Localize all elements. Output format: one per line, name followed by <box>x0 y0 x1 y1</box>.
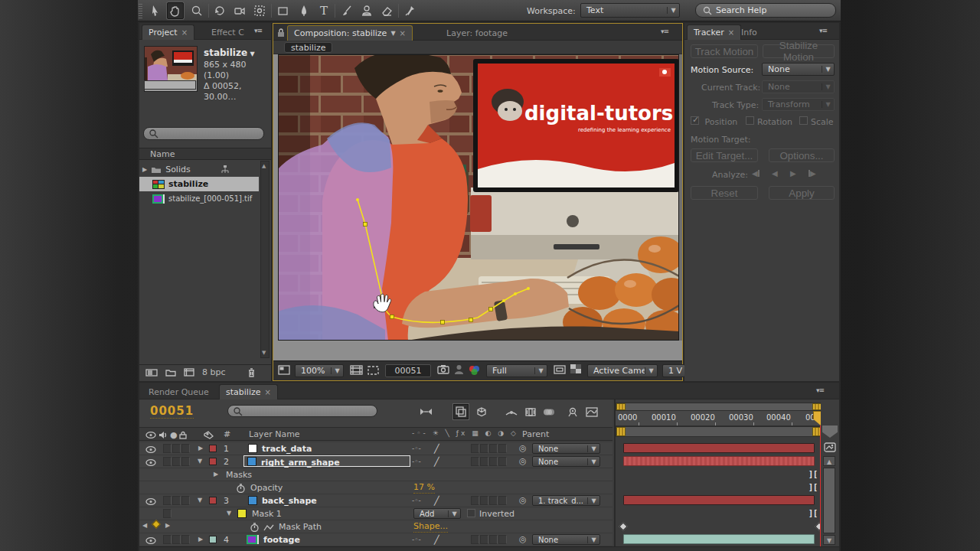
comp-marker-bin[interactable] <box>822 425 838 438</box>
viewer-scrollbar[interactable] <box>679 54 682 341</box>
zoom-tool[interactable] <box>188 2 205 19</box>
live-update-icon[interactable] <box>453 404 469 419</box>
mask-path-value[interactable]: Shape... <box>413 520 448 533</box>
switch-box[interactable] <box>480 496 488 505</box>
toolbar-grip[interactable] <box>139 3 142 18</box>
keyframe-diamond[interactable] <box>619 522 627 530</box>
composition-pasteboard[interactable]: digital-tutors redefining the learning e… <box>273 54 682 360</box>
panel-menu-icon[interactable]: ▾≡ <box>661 28 668 35</box>
brush-tool[interactable] <box>338 2 355 19</box>
keyframe-nav-prev-icon[interactable]: ◀ <box>142 522 147 529</box>
hide-shy-layers-icon[interactable] <box>504 404 519 419</box>
active-camera-dropdown[interactable]: Active Camera▼ <box>587 364 658 377</box>
parent-dropdown[interactable]: None▼ <box>532 534 600 545</box>
expand-arrow-icon[interactable]: ▶ <box>198 536 203 543</box>
timeline-search-input[interactable] <box>227 405 377 417</box>
parent-dropdown[interactable]: None▼ <box>532 443 600 454</box>
flowchart-view-icon[interactable] <box>220 165 230 174</box>
time-ruler[interactable]: 0000 00010 00020 00030 00040 0005 <box>616 411 822 426</box>
audio-column-icon[interactable] <box>158 431 167 439</box>
audio-toggle[interactable] <box>163 457 172 466</box>
navigator-start-handle[interactable] <box>616 403 626 410</box>
tab-layer-footage[interactable]: Layer: footage <box>423 25 531 41</box>
lock-toggle[interactable] <box>181 496 190 505</box>
breadcrumb[interactable]: stabilize <box>284 42 332 53</box>
frame-blending-icon[interactable] <box>523 404 538 419</box>
collapse-arrow-icon[interactable]: ▼ <box>198 497 202 504</box>
draft-3d-icon[interactable] <box>474 404 489 419</box>
analyze-step-back-icon[interactable]: ◀ <box>752 169 760 178</box>
graph-editor-icon[interactable] <box>584 404 599 419</box>
project-search-input[interactable] <box>143 127 264 140</box>
scroll-down-icon[interactable]: ▼ <box>823 535 835 545</box>
pan-behind-tool[interactable] <box>251 2 268 19</box>
lock-icon[interactable] <box>277 28 285 37</box>
footage-name[interactable]: stabilize <box>204 47 247 58</box>
stabilize-motion-button[interactable]: Stabilize Motion <box>763 44 835 58</box>
name-column-header[interactable]: Name <box>139 148 271 160</box>
parent-pickwhip-icon[interactable]: ◎ <box>519 495 527 505</box>
close-icon[interactable]: × <box>264 388 270 396</box>
layer-name[interactable]: track_data <box>262 442 312 455</box>
analyze-forward-icon[interactable]: ▶ <box>790 169 796 178</box>
opacity-property-row[interactable]: Opacity 17 % <box>139 481 612 494</box>
shy-switch[interactable]: -◦- <box>412 533 421 546</box>
stopwatch-icon[interactable] <box>250 523 259 532</box>
layer-name-column-header[interactable]: Layer Name <box>249 429 300 439</box>
stopwatch-icon[interactable] <box>237 484 245 493</box>
interpret-footage-icon[interactable] <box>145 368 158 377</box>
layer-name[interactable]: right_arm_shape <box>261 456 340 468</box>
solo-toggle[interactable] <box>172 444 181 453</box>
eye-icon[interactable] <box>145 459 156 466</box>
keyframe-at-time-icon[interactable] <box>152 520 160 528</box>
duration-bar-track-data[interactable] <box>623 443 815 453</box>
switch-box[interactable] <box>489 457 498 466</box>
always-preview-icon[interactable] <box>278 364 290 377</box>
apply-button[interactable]: Apply <box>769 186 835 200</box>
solo-column-icon[interactable]: ● <box>170 430 178 440</box>
selection-tool[interactable] <box>147 2 164 19</box>
magnification-dropdown[interactable]: 100%▼ <box>295 364 344 377</box>
workspace-dropdown[interactable]: Text ▼ <box>580 3 680 18</box>
tab-composition[interactable]: Composition: stabilize ▼ × <box>287 25 413 41</box>
panel-menu-icon[interactable]: ▾≡ <box>816 386 824 394</box>
channel-rgb-icon[interactable] <box>468 364 482 377</box>
switch-box[interactable] <box>471 535 479 544</box>
snapshot-camera-icon[interactable] <box>437 364 449 377</box>
tab-info[interactable]: Info <box>735 24 763 40</box>
parent-pickwhip-icon[interactable]: ◎ <box>519 534 527 544</box>
expand-arrow-icon[interactable]: ▶ <box>214 471 218 478</box>
puppet-pin-tool[interactable] <box>402 2 419 19</box>
viewer-timecode[interactable]: 00051 <box>385 364 431 377</box>
tab-effect-controls[interactable]: Effect C <box>205 24 250 40</box>
resolution-dropdown[interactable]: Full▼ <box>486 364 547 377</box>
label-color-chip[interactable] <box>209 445 217 452</box>
comp-mini-flowchart-icon[interactable] <box>418 404 433 419</box>
label-color-chip[interactable] <box>209 536 217 543</box>
panel-menu-icon[interactable]: ▾≡ <box>254 27 262 34</box>
expand-arrow-icon[interactable]: ▶ <box>142 166 147 173</box>
tab-timeline-stabilize[interactable]: stabilize× <box>219 384 278 399</box>
close-icon[interactable]: × <box>181 28 188 37</box>
new-composition-icon[interactable] <box>184 368 194 377</box>
parent-pickwhip-icon[interactable]: ◎ <box>519 456 527 466</box>
scale-checkbox[interactable]: Scale <box>799 116 834 127</box>
mask-color-swatch[interactable] <box>237 509 247 518</box>
rectangle-tool[interactable] <box>275 2 292 19</box>
comp-button-icon[interactable] <box>824 442 836 452</box>
shy-switch[interactable]: -◦- <box>412 494 421 507</box>
shape-swatch[interactable] <box>248 496 257 505</box>
audio-toggle[interactable] <box>163 535 172 544</box>
parent-dropdown[interactable]: None▼ <box>532 456 600 467</box>
switch-box[interactable] <box>498 535 507 544</box>
eraser-tool[interactable] <box>378 2 395 19</box>
switch-box[interactable] <box>480 457 488 466</box>
audio-toggle[interactable] <box>163 496 172 505</box>
time-navigator[interactable] <box>616 403 822 411</box>
parent-pickwhip-icon[interactable]: ◎ <box>519 443 527 453</box>
project-item-stabilize-tif[interactable]: stabilize_[000-051].tif <box>139 191 259 206</box>
track-motion-button[interactable]: Track Motion <box>691 44 758 58</box>
label-color-chip[interactable] <box>209 497 217 504</box>
layer-row-right-arm-shape[interactable]: ▼ 2 right_arm_shape -◦- ╱ ◎ None▼ <box>139 455 612 468</box>
eye-icon[interactable] <box>145 446 156 453</box>
